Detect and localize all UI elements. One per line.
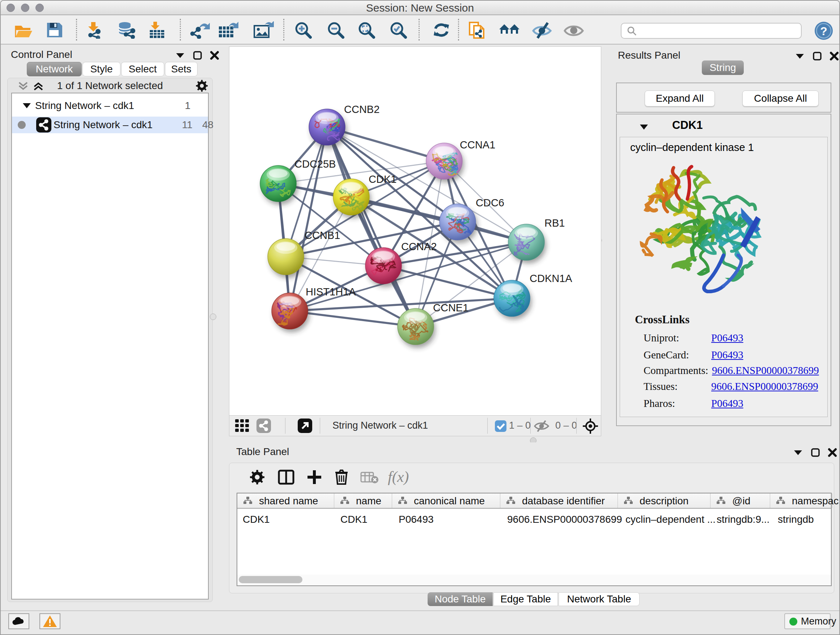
svg-text:?: ? xyxy=(820,25,827,38)
svg-text:CDKN1A: CDKN1A xyxy=(530,272,572,284)
svg-text:CCNE1: CCNE1 xyxy=(433,302,469,314)
svg-text:RB1: RB1 xyxy=(545,217,565,229)
svg-text:HIST1H1A: HIST1H1A xyxy=(306,286,356,298)
svg-text:CCNA1: CCNA1 xyxy=(460,139,495,150)
svg-text:CCNB2: CCNB2 xyxy=(344,103,379,115)
svg-text:CDC25B: CDC25B xyxy=(294,158,336,170)
svg-text:CDC6: CDC6 xyxy=(476,197,504,209)
svg-text:CCNB1: CCNB1 xyxy=(305,230,340,241)
svg-text:CCNA2: CCNA2 xyxy=(401,241,437,252)
svg-text:CDK1: CDK1 xyxy=(369,173,396,185)
